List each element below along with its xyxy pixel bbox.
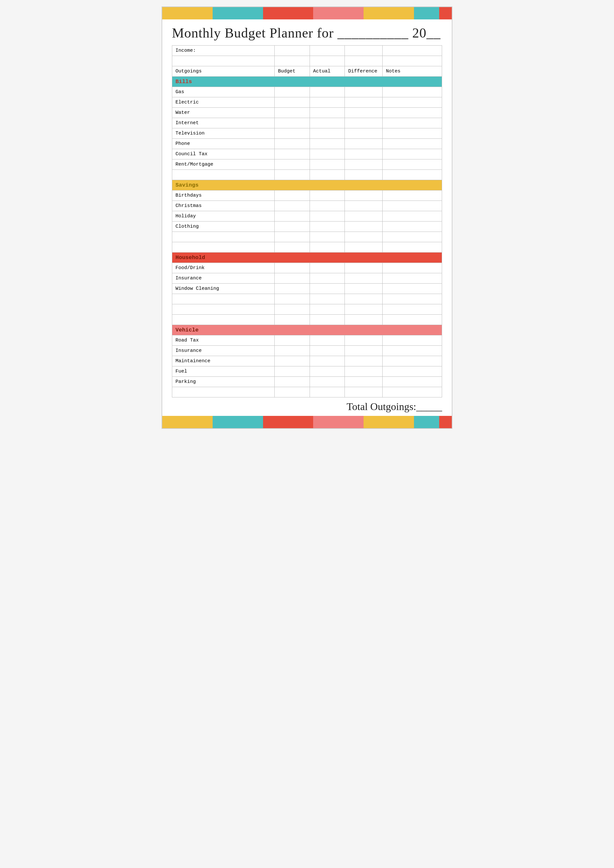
col-notes: Notes (383, 66, 442, 77)
table-row: Food/Drink (172, 263, 442, 273)
col-actual: Actual (310, 66, 345, 77)
color-bar-segment (439, 416, 452, 428)
table-row: Birthdays (172, 190, 442, 201)
total-outgoings: Total Outgoings:_____ (162, 397, 452, 416)
color-bar-segment (414, 416, 439, 428)
savings-label: Savings (172, 180, 442, 190)
table-row: Electric (172, 97, 442, 108)
spacer-row (172, 242, 442, 253)
spacer-row (172, 294, 442, 304)
section-vehicle-header: Vehicle (172, 325, 442, 335)
color-bar-segment (162, 416, 212, 428)
household-label: Household (172, 253, 442, 263)
empty-row (172, 56, 442, 66)
table-row: Maintainence (172, 356, 442, 366)
table-row: Rent/Mortgage (172, 159, 442, 170)
table-row: Parking (172, 377, 442, 387)
page-title: Monthly Budget Planner for __________ 20… (172, 25, 442, 41)
color-bar-segment (313, 7, 364, 19)
total-label: Total Outgoings:_____ (346, 401, 442, 412)
table-row: Water (172, 108, 442, 118)
color-bar-segment (364, 7, 414, 19)
section-bills-header: Bills (172, 77, 442, 87)
table-row: Insurance (172, 273, 442, 284)
color-bar-segment (414, 7, 439, 19)
color-bar-segment (364, 416, 414, 428)
table-row: Window Cleaning (172, 284, 442, 294)
color-bar-segment (263, 7, 313, 19)
title-section: Monthly Budget Planner for __________ 20… (162, 19, 452, 45)
spacer-row (172, 304, 442, 315)
col-difference: Difference (345, 66, 383, 77)
color-bar-top (162, 7, 452, 19)
table-row: Christmas (172, 201, 442, 211)
income-row: Income: (172, 46, 442, 56)
table-row: Phone (172, 139, 442, 149)
spacer-row (172, 232, 442, 242)
color-bar-segment (162, 7, 212, 19)
table-row: Road Tax (172, 335, 442, 346)
table-row: Fuel (172, 366, 442, 377)
table-row: Internet (172, 118, 442, 128)
color-bar-segment (313, 416, 364, 428)
table-row: Television (172, 128, 442, 139)
color-bar-segment (212, 7, 263, 19)
budget-table: Income: Outgoings Budget Actual Differen… (172, 45, 442, 397)
spacer-row (172, 170, 442, 180)
table-row: Holiday (172, 211, 442, 221)
table-row: Council Tax (172, 149, 442, 159)
table-row: Clothing (172, 221, 442, 232)
section-household-header: Household (172, 253, 442, 263)
income-label: Income: (172, 46, 275, 56)
section-savings-header: Savings (172, 180, 442, 190)
budget-planner-page: Monthly Budget Planner for __________ 20… (161, 6, 453, 429)
column-headers: Outgoings Budget Actual Difference Notes (172, 66, 442, 77)
color-bar-segment (439, 7, 452, 19)
col-budget: Budget (275, 66, 310, 77)
spacer-row (172, 387, 442, 397)
table-row: Insurance (172, 346, 442, 356)
color-bar-bottom (162, 416, 452, 428)
bills-label: Bills (172, 77, 442, 87)
table-row: Gas (172, 87, 442, 97)
col-outgoings: Outgoings (172, 66, 275, 77)
vehicle-label: Vehicle (172, 325, 442, 335)
color-bar-segment (263, 416, 313, 428)
spacer-row (172, 315, 442, 325)
color-bar-segment (212, 416, 263, 428)
